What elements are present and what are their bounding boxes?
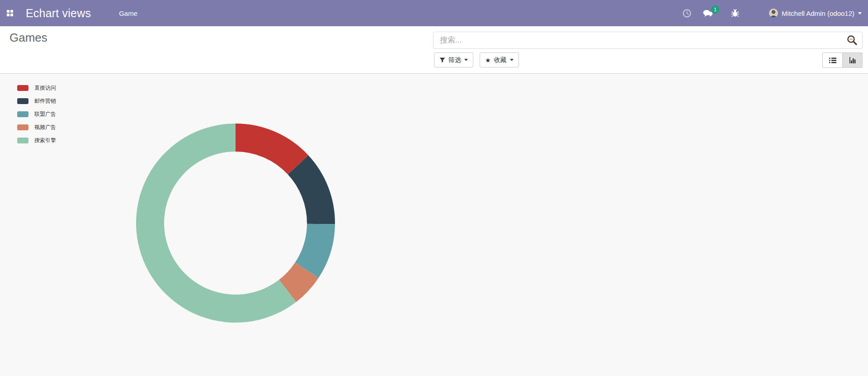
bar-chart-icon <box>849 57 856 63</box>
legend-label: 联盟广告 <box>34 110 56 118</box>
filters-label: 筛选 <box>448 56 461 64</box>
donut-chart[interactable] <box>0 74 868 376</box>
legend-label: 搜索引擎 <box>34 137 56 144</box>
legend-swatch <box>17 98 28 104</box>
legend-swatch <box>17 124 28 130</box>
favorites-button[interactable]: ★ 收藏 <box>480 52 519 67</box>
app-title: Echart views <box>26 7 91 20</box>
legend-item[interactable]: 直接访问 <box>17 81 56 95</box>
apps-grid-icon <box>7 10 13 16</box>
page-title: Games <box>9 31 47 45</box>
search-input[interactable] <box>433 32 863 49</box>
debug-button[interactable] <box>731 9 739 18</box>
favorites-label: 收藏 <box>494 56 507 64</box>
messages-button[interactable]: 1 <box>703 9 713 18</box>
messages-count-badge: 1 <box>711 5 719 14</box>
chart-view-content: 直接访问 邮件营销 联盟广告 视频广告 搜索引擎 <box>0 74 868 376</box>
caret-down-icon <box>858 12 862 14</box>
legend-label: 直接访问 <box>34 84 56 92</box>
view-switcher-graph[interactable] <box>842 52 863 68</box>
systray: 1 Mitchell Admin (odoo12) <box>683 0 862 26</box>
legend-item[interactable]: 邮件营销 <box>17 95 56 108</box>
control-panel-buttons: 筛选 ★ 收藏 <box>433 52 863 68</box>
chart-legend: 直接访问 邮件营销 联盟广告 视频广告 搜索引擎 <box>17 81 56 147</box>
caret-down-icon <box>510 59 514 61</box>
legend-swatch <box>17 111 28 117</box>
list-view-icon <box>829 57 836 63</box>
legend-swatch <box>17 138 28 143</box>
user-avatar <box>769 9 778 18</box>
legend-label: 邮件营销 <box>34 97 56 105</box>
view-switcher-list[interactable] <box>822 52 843 68</box>
legend-swatch <box>17 85 28 91</box>
caret-down-icon <box>464 59 468 61</box>
nav-menu-game[interactable]: Game <box>119 10 137 17</box>
legend-item[interactable]: 联盟广告 <box>17 108 56 121</box>
apps-menu-button[interactable] <box>0 0 20 26</box>
control-panel: Games 筛选 ★ 收藏 <box>0 26 868 74</box>
top-navbar: Echart views Game 1 <box>0 0 868 26</box>
clock-icon <box>683 9 691 18</box>
search-box <box>433 32 863 49</box>
view-switcher <box>822 52 863 68</box>
user-menu[interactable]: Mitchell Admin (odoo12) <box>769 9 862 18</box>
user-name: Mitchell Admin (odoo12) <box>782 10 854 17</box>
legend-item[interactable]: 视频广告 <box>17 121 56 134</box>
filters-button[interactable]: 筛选 <box>434 52 473 67</box>
star-icon: ★ <box>485 57 491 63</box>
funnel-icon <box>439 57 445 63</box>
search-magnifier-icon[interactable] <box>846 34 858 46</box>
legend-item[interactable]: 搜索引擎 <box>17 134 56 147</box>
legend-label: 视频广告 <box>34 124 56 131</box>
activities-button[interactable] <box>683 9 691 18</box>
bug-icon <box>731 9 739 18</box>
